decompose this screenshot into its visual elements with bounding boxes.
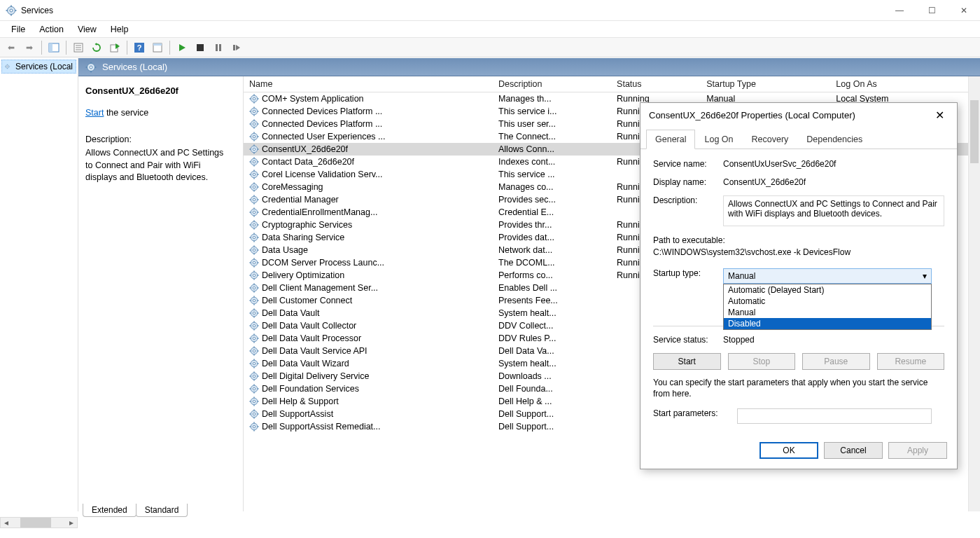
scroll-left-icon[interactable]: ◂	[1, 518, 12, 527]
menu-help[interactable]: Help	[104, 22, 136, 36]
refresh-button[interactable]	[88, 40, 105, 55]
cell-description: Provides thr...	[493, 219, 611, 231]
apply-button[interactable]: Apply	[888, 442, 947, 459]
combo-option[interactable]: Automatic	[724, 296, 931, 307]
cell-description: Dell Founda...	[493, 382, 611, 395]
startup-type-dropdown[interactable]: Automatic (Delayed Start)AutomaticManual…	[723, 284, 932, 330]
cell-description: Presents Fee...	[493, 294, 611, 307]
cell-name: Dell Client Management Ser...	[244, 282, 493, 294]
resume-button[interactable]: Resume	[877, 353, 945, 370]
cell-name: Dell Data Vault Processor	[244, 332, 493, 345]
label-display-name: Display name:	[653, 177, 723, 187]
start-suffix: the service	[104, 108, 148, 118]
minimize-button[interactable]: —	[883, 0, 916, 21]
tab-logon[interactable]: Log On	[695, 130, 742, 149]
value-service-status: Stopped	[723, 335, 944, 345]
startup-selected: Manual	[728, 271, 755, 281]
scroll-right-icon[interactable]: ▸	[66, 518, 77, 527]
cancel-button[interactable]: Cancel	[824, 442, 883, 459]
col-logon[interactable]: Log On As	[830, 76, 980, 92]
vertical-scrollbar[interactable]	[968, 76, 980, 511]
dialog-content: Service name: ConsentUxUserSvc_26d6e20f …	[640, 149, 957, 435]
start-params-input[interactable]	[737, 408, 932, 424]
stop-service-button[interactable]	[192, 40, 209, 55]
gear-icon	[249, 346, 259, 356]
startup-type-combo[interactable]: Manual ▾	[723, 268, 932, 284]
start-button[interactable]: Start	[653, 353, 721, 370]
cell-name: Dell SupportAssist Remediat...	[244, 420, 493, 433]
tab-recovery[interactable]: Recovery	[743, 130, 798, 149]
tab-general[interactable]: General	[646, 130, 695, 149]
svg-rect-7	[49, 43, 52, 52]
toolbar: ⬅ ➡ ?	[0, 38, 980, 57]
cell-name: Dell Data Vault Collector	[244, 319, 493, 332]
combo-option[interactable]: Disabled	[724, 318, 931, 329]
scrollbar-thumb[interactable]	[970, 100, 979, 163]
close-button[interactable]: ✕	[948, 0, 980, 21]
tab-dependencies[interactable]: Dependencies	[797, 130, 872, 149]
cell-name: Contact Data_26d6e20f	[244, 156, 493, 168]
cell-name: Dell Foundation Services	[244, 382, 493, 395]
forward-button[interactable]: ➡	[21, 40, 38, 55]
columns-button[interactable]	[149, 40, 166, 55]
combo-option[interactable]: Manual	[724, 307, 931, 318]
pause-service-button[interactable]	[210, 40, 227, 55]
svg-marker-12	[95, 43, 97, 46]
value-description[interactable]: Allows ConnectUX and PC Settings to Conn…	[723, 195, 944, 226]
label-description: Description:	[653, 195, 723, 205]
combo-option[interactable]: Automatic (Delayed Start)	[724, 284, 931, 296]
menu-action[interactable]: Action	[32, 22, 71, 36]
cell-description: This service i...	[493, 105, 611, 118]
start-link[interactable]: Start	[85, 108, 104, 118]
window-title: Services	[21, 6, 53, 15]
cell-description: System healt...	[493, 357, 611, 370]
back-button[interactable]: ⬅	[3, 40, 20, 55]
gear-icon	[249, 333, 259, 343]
tree-item-services-local[interactable]: Services (Local	[1, 60, 76, 74]
cell-description: Dell Support...	[493, 420, 611, 433]
col-startup[interactable]: Startup Type	[701, 76, 830, 92]
start-service-button[interactable]	[174, 40, 190, 55]
stop-button[interactable]: Stop	[728, 353, 796, 370]
pause-button[interactable]: Pause	[802, 353, 870, 370]
cell-description: Dell Support...	[493, 408, 611, 420]
export-button[interactable]	[106, 40, 123, 55]
gear-icon	[249, 422, 259, 432]
scroll-thumb[interactable]	[20, 518, 51, 527]
restart-service-button[interactable]	[228, 40, 245, 55]
help-button[interactable]: ?	[131, 40, 148, 55]
tree-horizontal-scrollbar[interactable]: ◂ ▸	[0, 517, 78, 528]
cell-name: Dell Customer Connect	[244, 294, 493, 307]
value-display-name: ConsentUX_26d6e20f	[723, 177, 944, 187]
cell-name: Dell Help & Support	[244, 395, 493, 408]
col-name[interactable]: Name	[244, 76, 493, 92]
col-description[interactable]: Description	[493, 76, 611, 92]
gear-icon	[249, 207, 259, 217]
cell-description: Dell Data Va...	[493, 345, 611, 357]
cell-name: Corel License Validation Serv...	[244, 168, 493, 181]
tab-extended[interactable]: Extended	[83, 504, 136, 517]
cell-name: Delivery Optimization	[244, 269, 493, 282]
label-service-status: Service status:	[653, 335, 723, 345]
gear-icon	[249, 283, 259, 293]
properties-button[interactable]	[70, 40, 87, 55]
dialog-close-button[interactable]: ✕	[931, 109, 948, 122]
menu-file[interactable]: File	[4, 22, 32, 36]
gear-icon	[85, 62, 97, 73]
description-text: Allows ConnectUX and PC Settings to Conn…	[85, 147, 233, 184]
maximize-button[interactable]: ☐	[916, 0, 948, 21]
tree-item-label: Services (Local	[15, 62, 73, 71]
svg-text:?: ?	[137, 43, 142, 52]
gear-icon	[249, 195, 259, 205]
cell-description: This service ...	[493, 168, 611, 181]
show-hide-tree-button[interactable]	[46, 40, 62, 55]
gear-icon	[249, 170, 259, 179]
menu-view[interactable]: View	[71, 22, 104, 36]
dialog-titlebar: ConsentUX_26d6e20f Properties (Local Com…	[640, 103, 957, 127]
gear-icon	[249, 245, 259, 255]
col-status[interactable]: Status	[611, 76, 701, 92]
titlebar: Services — ☐ ✕	[0, 0, 980, 21]
tab-standard[interactable]: Standard	[136, 504, 188, 517]
cell-name: ConsentUX_26d6e20f	[244, 143, 493, 156]
ok-button[interactable]: OK	[760, 442, 818, 459]
